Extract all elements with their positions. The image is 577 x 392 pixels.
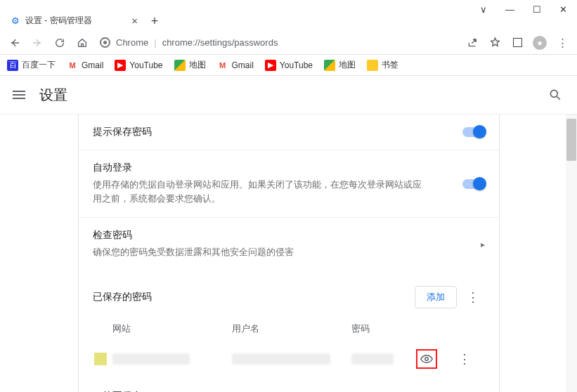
check-passwords-desc: 确保您的密码免受数据泄露和其他安全问题的侵害 xyxy=(93,245,294,259)
share-button[interactable] xyxy=(463,34,481,52)
bookmark-item[interactable]: 地图 xyxy=(174,59,206,71)
scrollbar-thumb[interactable] xyxy=(566,119,576,161)
yt-icon: ▶ xyxy=(115,60,126,71)
bookmark-item[interactable]: 百百度一下 xyxy=(7,59,56,71)
offer-save-passwords-row: 提示保存密码 xyxy=(79,115,499,150)
chrome-icon xyxy=(100,37,110,48)
bookmark-label: YouTube xyxy=(129,60,162,70)
col-site: 网站 xyxy=(112,322,232,335)
minimize-button[interactable]: — xyxy=(505,4,514,15)
auto-signin-row: 自动登录 使用存储的凭据自动登录网站和应用。如果关闭了该功能，在您每次登录网站或… xyxy=(79,150,499,217)
gmail-icon: M xyxy=(67,60,78,71)
side-panel-button[interactable] xyxy=(508,34,526,52)
bookmark-item[interactable]: MGmail xyxy=(67,60,103,71)
eye-icon xyxy=(420,354,433,364)
close-tab-icon[interactable]: × xyxy=(131,15,138,27)
browser-tab[interactable]: ⚙ 设置 - 密码管理器 × xyxy=(4,10,145,31)
browser-menu-button[interactable]: ⋮ xyxy=(553,34,571,52)
site-favicon xyxy=(94,353,107,365)
arrow-left-icon xyxy=(9,37,20,48)
bookmark-item[interactable]: 书签 xyxy=(367,59,398,71)
reload-button[interactable] xyxy=(51,34,69,52)
address-bar[interactable]: Chrome | chrome://settings/passwords xyxy=(96,37,459,48)
url-prefix: Chrome xyxy=(116,37,148,48)
saved-passwords-heading: 已保存的密码 xyxy=(93,291,152,303)
page-title: 设置 xyxy=(39,86,67,105)
never-save-heading: 一律不保存 xyxy=(79,376,499,392)
bookmark-label: Gmail xyxy=(82,60,103,70)
col-user: 用户名 xyxy=(232,322,351,335)
new-tab-button[interactable]: + xyxy=(145,11,164,31)
username-value[interactable] xyxy=(232,353,330,365)
fold-icon xyxy=(367,60,378,71)
nav-back-button[interactable] xyxy=(6,34,24,52)
offer-save-title: 提示保存密码 xyxy=(93,126,152,138)
bookmark-label: 地图 xyxy=(339,59,356,71)
search-settings-button[interactable] xyxy=(546,86,564,104)
site-value[interactable] xyxy=(112,353,190,365)
password-row-more-button[interactable]: ⋮ xyxy=(453,351,476,367)
arrow-right-icon xyxy=(32,37,43,48)
nav-forward-button xyxy=(28,34,46,52)
svg-point-0 xyxy=(550,90,557,97)
svg-point-1 xyxy=(424,358,428,361)
search-icon xyxy=(548,88,562,102)
baidu-icon: 百 xyxy=(7,60,18,71)
yt-icon: ▶ xyxy=(265,60,276,71)
home-button[interactable] xyxy=(73,34,91,52)
reload-icon xyxy=(54,37,65,48)
share-icon xyxy=(467,37,478,48)
saved-passwords-more-button[interactable]: ⋮ xyxy=(461,289,485,305)
close-window-button[interactable]: ✕ xyxy=(559,4,567,15)
auto-signin-title: 自动登录 xyxy=(93,162,423,174)
password-table-header: 网站 用户名 密码 xyxy=(79,315,499,342)
bookmark-item[interactable]: 地图 xyxy=(324,59,356,71)
url-path: chrome://settings/passwords xyxy=(162,37,278,48)
square-icon xyxy=(513,38,522,47)
gear-icon: ⚙ xyxy=(11,15,20,26)
bookmark-label: YouTube xyxy=(280,60,313,70)
menu-button[interactable] xyxy=(13,91,25,99)
window-indicator-icon: ∨ xyxy=(480,4,487,15)
offer-save-toggle[interactable] xyxy=(462,127,485,137)
bookmark-item[interactable]: MGmail xyxy=(217,60,254,71)
password-row: ⋮ xyxy=(79,342,499,376)
favorite-button[interactable] xyxy=(486,34,504,52)
auto-signin-desc: 使用存储的凭据自动登录网站和应用。如果关闭了该功能，在您每次登录网站或应用之前，… xyxy=(93,178,423,206)
tab-title: 设置 - 密码管理器 xyxy=(25,15,92,27)
bookmark-item[interactable]: ▶YouTube xyxy=(265,60,313,71)
auto-signin-toggle[interactable] xyxy=(462,179,485,189)
bookmark-label: Gmail xyxy=(232,60,254,70)
bookmark-label: 书签 xyxy=(382,59,398,71)
url-separator: | xyxy=(154,37,156,48)
profile-button[interactable]: ● xyxy=(531,34,549,52)
highlight-box xyxy=(416,349,437,369)
star-icon xyxy=(489,37,501,48)
check-passwords-title: 检查密码 xyxy=(93,229,294,242)
scrollbar-track[interactable] xyxy=(566,115,577,392)
add-password-button[interactable]: 添加 xyxy=(415,286,457,308)
bookmark-label: 百度一下 xyxy=(22,59,56,71)
check-passwords-row[interactable]: 检查密码 确保您的密码免受数据泄露和其他安全问题的侵害 ▸ xyxy=(79,217,499,270)
bookmark-label: 地图 xyxy=(189,59,206,71)
map-icon xyxy=(174,60,186,71)
password-value xyxy=(351,353,394,365)
col-pass: 密码 xyxy=(351,322,436,335)
maximize-button[interactable]: ☐ xyxy=(533,4,541,15)
chevron-right-icon: ▸ xyxy=(481,240,485,249)
map-icon xyxy=(324,60,335,71)
show-password-button[interactable] xyxy=(420,354,433,364)
gmail-icon: M xyxy=(217,60,228,71)
home-icon xyxy=(77,37,88,48)
bookmark-item[interactable]: ▶YouTube xyxy=(115,60,162,71)
avatar-icon: ● xyxy=(533,36,547,50)
